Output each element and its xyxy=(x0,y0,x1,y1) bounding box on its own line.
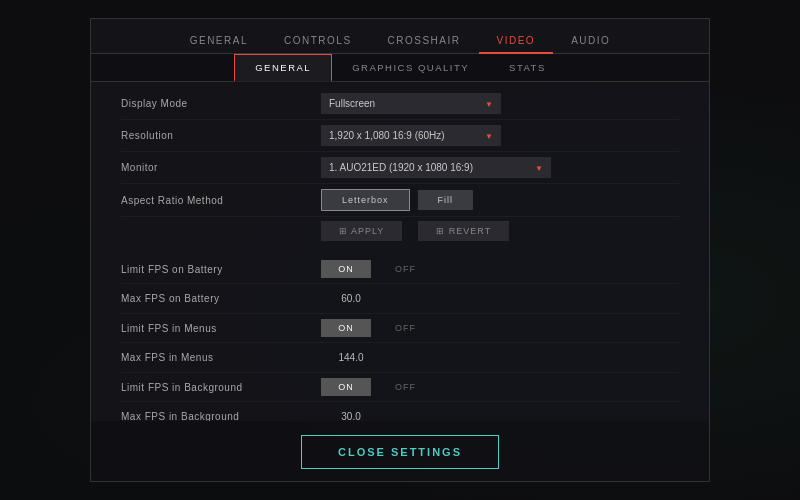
apply-controls: ⊞ APPLY ⊞ REVERT xyxy=(321,221,679,241)
revert-button[interactable]: ⊞ REVERT xyxy=(418,221,509,241)
max-fps-battery-row: Max FPS on Battery 60.0 xyxy=(121,284,679,314)
footer: CLOSE SETTINGS xyxy=(91,421,709,481)
settings-modal: GENERAL CONTROLS CROSSHAIR VIDEO AUDIO G… xyxy=(90,18,710,482)
limit-fps-menus-on[interactable]: On xyxy=(321,319,371,337)
limit-fps-bg-controls: On Off xyxy=(321,378,679,396)
apply-button[interactable]: ⊞ APPLY xyxy=(321,221,402,241)
monitor-row: Monitor 1. AUO21ED (1920 x 1080 16:9) xyxy=(121,152,679,184)
display-mode-label: Display Mode xyxy=(121,98,321,109)
resolution-controls: 1,920 x 1,080 16:9 (60Hz) 1,280 x 720 16… xyxy=(321,125,679,146)
monitor-select[interactable]: 1. AUO21ED (1920 x 1080 16:9) xyxy=(321,157,551,178)
max-fps-battery-value: 60.0 xyxy=(321,289,381,308)
resolution-label: Resolution xyxy=(121,130,321,141)
max-fps-battery-label: Max FPS on Battery xyxy=(121,293,321,304)
spacer-1 xyxy=(121,245,679,255)
tab-general[interactable]: GENERAL xyxy=(172,29,266,54)
monitor-dropdown-wrap: 1. AUO21ED (1920 x 1080 16:9) xyxy=(321,157,551,178)
limit-fps-bg-label: Limit FPS in Background xyxy=(121,382,321,393)
top-nav: GENERAL CONTROLS CROSSHAIR VIDEO AUDIO xyxy=(91,19,709,54)
resolution-select[interactable]: 1,920 x 1,080 16:9 (60Hz) 1,280 x 720 16… xyxy=(321,125,501,146)
max-fps-bg-value: 30.0 xyxy=(321,407,381,421)
max-fps-bg-label: Max FPS in Background xyxy=(121,411,321,421)
limit-fps-menus-label: Limit FPS in Menus xyxy=(121,323,321,334)
fill-button[interactable]: Fill xyxy=(418,190,474,210)
limit-fps-bg-row: Limit FPS in Background On Off xyxy=(121,373,679,402)
subtab-graphics[interactable]: GRAPHICS QUALITY xyxy=(332,55,489,82)
limit-fps-bg-off[interactable]: Off xyxy=(379,378,432,396)
limit-fps-battery-label: Limit FPS on Battery xyxy=(121,264,321,275)
tab-audio[interactable]: AUDIO xyxy=(553,29,628,54)
display-mode-select[interactable]: Fullscreen Windowed Windowed Fullscreen xyxy=(321,93,501,114)
max-fps-bg-controls: 30.0 xyxy=(321,407,679,421)
subtab-general[interactable]: GENERAL xyxy=(234,54,332,82)
limit-fps-menus-off[interactable]: Off xyxy=(379,319,432,337)
resolution-row: Resolution 1,920 x 1,080 16:9 (60Hz) 1,2… xyxy=(121,120,679,152)
resolution-dropdown-wrap: 1,920 x 1,080 16:9 (60Hz) 1,280 x 720 16… xyxy=(321,125,501,146)
aspect-ratio-row: Aspect Ratio Method Letterbox Fill xyxy=(121,184,679,217)
subtab-stats[interactable]: STATS xyxy=(489,55,566,82)
settings-content: Display Mode Fullscreen Windowed Windowe… xyxy=(91,82,709,421)
limit-fps-bg-on[interactable]: On xyxy=(321,378,371,396)
monitor-label: Monitor xyxy=(121,162,321,173)
display-mode-dropdown-wrap: Fullscreen Windowed Windowed Fullscreen xyxy=(321,93,501,114)
max-fps-menus-row: Max FPS in Menus 144.0 xyxy=(121,343,679,373)
close-settings-button[interactable]: CLOSE SETTINGS xyxy=(301,435,499,469)
aspect-ratio-label: Aspect Ratio Method xyxy=(121,195,321,206)
max-fps-menus-label: Max FPS in Menus xyxy=(121,352,321,363)
max-fps-menus-controls: 144.0 xyxy=(321,348,679,367)
max-fps-menus-value: 144.0 xyxy=(321,348,381,367)
letterbox-button[interactable]: Letterbox xyxy=(321,189,410,211)
apply-row: ⊞ APPLY ⊞ REVERT xyxy=(121,217,679,245)
limit-fps-menus-row: Limit FPS in Menus On Off xyxy=(121,314,679,343)
max-fps-bg-row: Max FPS in Background 30.0 xyxy=(121,402,679,421)
display-mode-controls: Fullscreen Windowed Windowed Fullscreen xyxy=(321,93,679,114)
limit-fps-battery-on[interactable]: On xyxy=(321,260,371,278)
tab-controls[interactable]: CONTROLS xyxy=(266,29,370,54)
limit-fps-battery-off[interactable]: Off xyxy=(379,260,432,278)
limit-fps-battery-row: Limit FPS on Battery On Off xyxy=(121,255,679,284)
tab-video[interactable]: VIDEO xyxy=(479,29,554,54)
sub-nav: GENERAL GRAPHICS QUALITY STATS xyxy=(91,54,709,82)
display-mode-row: Display Mode Fullscreen Windowed Windowe… xyxy=(121,88,679,120)
aspect-ratio-controls: Letterbox Fill xyxy=(321,189,679,211)
limit-fps-battery-controls: On Off xyxy=(321,260,679,278)
limit-fps-menus-controls: On Off xyxy=(321,319,679,337)
monitor-controls: 1. AUO21ED (1920 x 1080 16:9) xyxy=(321,157,679,178)
tab-crosshair[interactable]: CROSSHAIR xyxy=(370,29,479,54)
max-fps-battery-controls: 60.0 xyxy=(321,289,679,308)
